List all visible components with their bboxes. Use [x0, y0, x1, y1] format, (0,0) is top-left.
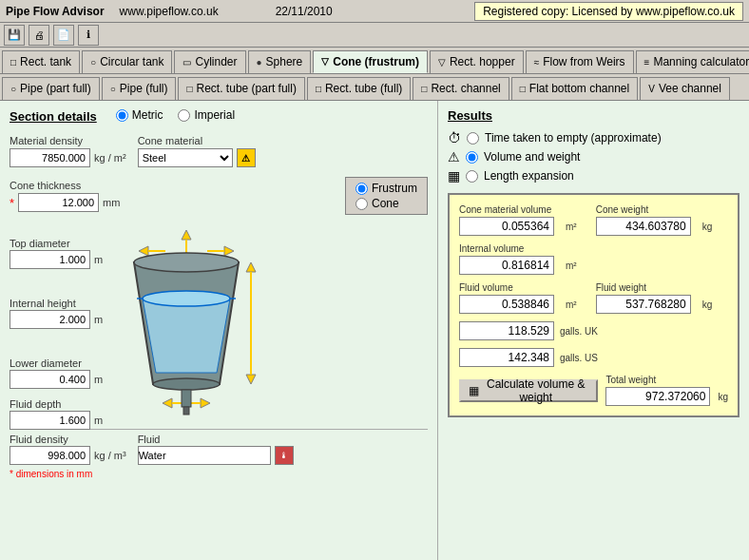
fluid-label: Fluid — [138, 434, 294, 445]
tab-rect-tube-part[interactable]: □Rect. tube (part full) — [178, 77, 304, 100]
tab-cylinder[interactable]: ▭Cylinder — [174, 50, 245, 73]
frustrum-radio-label[interactable]: Frustrum — [355, 182, 417, 195]
galls-row: 118.529 galls. UK — [459, 321, 728, 340]
svg-point-10 — [153, 378, 220, 390]
length-radio[interactable] — [466, 170, 478, 183]
nav-row-1: □Rect. tank ○Circular tank ▭Cylinder ●Sp… — [0, 48, 749, 74]
top-diameter-row: Top diameter m — [10, 238, 103, 269]
calculate-button[interactable]: ▦ Calculate volume & weight — [459, 379, 598, 402]
tab-flow-weirs[interactable]: ≈Flow from Weirs — [526, 50, 634, 73]
svg-marker-15 — [163, 398, 172, 408]
app-date: 22/11/2010 — [276, 5, 333, 18]
dims-note: * dimensions in mm — [10, 469, 428, 479]
info-icon[interactable]: ℹ — [78, 25, 99, 46]
imperial-radio-label[interactable]: Imperial — [178, 108, 235, 122]
tab-pipe-part-full[interactable]: ○Pipe (part full) — [2, 77, 100, 100]
titlebar: Pipe Flow Advisor www.pipeflow.co.uk 22/… — [0, 0, 749, 23]
imperial-radio[interactable] — [178, 109, 190, 122]
warning-icon: ⚠ — [237, 148, 256, 167]
lower-diameter-unit: m — [94, 374, 103, 385]
cone-weight-item: Cone weight 434.603780 — [596, 204, 691, 236]
metric-radio-label[interactable]: Metric — [116, 108, 163, 122]
lower-diameter-input[interactable] — [10, 370, 90, 389]
svg-rect-19 — [182, 390, 191, 407]
tab-flat-bottom[interactable]: □Flat bottom channel — [511, 77, 638, 100]
top-diameter-input[interactable] — [10, 250, 90, 269]
svg-rect-20 — [183, 407, 189, 415]
tab-manning[interactable]: ≡Manning calculator — [636, 50, 749, 73]
fluid-vol-unit: m² — [566, 286, 577, 310]
material-density-unit: kg / m² — [94, 152, 126, 164]
cone-weight-unit: kg — [702, 208, 713, 232]
fluid-section: Fluid 🌡 — [138, 434, 294, 465]
cone-radio-label[interactable]: Cone — [355, 197, 417, 210]
cone-weight-value: 434.603780 — [596, 217, 691, 236]
cone-material-vol-item: Cone material volume 0.055364 — [459, 204, 554, 236]
tab-sphere[interactable]: ●Sphere — [248, 50, 312, 73]
tab-vee-channel[interactable]: VVee channel — [640, 77, 730, 100]
cone-material-select[interactable]: Steel Aluminium Copper — [138, 148, 233, 167]
total-weight-row: ▦ Calculate volume & weight Total weight… — [459, 375, 728, 406]
fluid-weight-unit: kg — [702, 286, 713, 310]
length-icon: ▦ — [448, 168, 460, 183]
fluid-weight-item: Fluid weight 537.768280 — [596, 282, 691, 314]
save-doc-icon[interactable]: 📄 — [53, 25, 74, 46]
cone-thickness-input[interactable] — [18, 193, 99, 212]
print-icon[interactable]: 🖨 — [29, 25, 49, 46]
tab-cone-frustrum[interactable]: ▽Cone (frustrum) — [313, 50, 428, 73]
cone-svg — [110, 222, 262, 432]
fluid-depth-input[interactable] — [10, 411, 90, 430]
tab-pipe-full[interactable]: ○Pipe (full) — [102, 77, 177, 100]
volume-icon: ⚠ — [448, 149, 460, 164]
internal-vol-label: Internal volume — [459, 243, 554, 254]
fluid-density-section: Fluid density kg / m³ — [10, 434, 126, 465]
option-volume: ⚠ Volume and weight — [448, 149, 739, 164]
tab-rect-tube-full[interactable]: □Rect. tube (full) — [307, 77, 411, 100]
svg-marker-7 — [143, 299, 230, 373]
frustrum-radio[interactable] — [355, 183, 368, 195]
tab-circular-tank[interactable]: ○Circular tank — [82, 50, 172, 73]
cone-material-row: Cone material Steel Aluminium Copper ⚠ — [138, 135, 256, 173]
time-radio[interactable] — [467, 132, 479, 145]
volume-radio[interactable] — [466, 151, 478, 164]
cone-material-label: Cone material — [138, 135, 256, 146]
svg-point-8 — [134, 253, 239, 272]
total-weight-value: 972.372060 — [605, 387, 710, 406]
material-density-input[interactable] — [10, 148, 90, 167]
internal-height-row: Internal height m — [10, 298, 103, 329]
cone-diagram — [110, 222, 262, 434]
fluid-vol-label: Fluid volume — [459, 282, 554, 293]
internal-vol-unit: m² — [566, 247, 577, 271]
results-title: Results — [448, 108, 492, 123]
tab-rect-hopper[interactable]: ▽Rect. hopper — [430, 50, 524, 73]
internal-height-label: Internal height — [10, 298, 103, 309]
tab-rect-tank[interactable]: □Rect. tank — [2, 50, 80, 73]
internal-vol-value: 0.816814 — [459, 256, 554, 275]
cone-vol-weight-row: Cone material volume 0.055364 m² Cone we… — [459, 204, 728, 236]
fluid-weight-label: Fluid weight — [596, 282, 691, 293]
fluid-depth-label: Fluid depth — [10, 398, 103, 410]
fluid-weight-value: 537.768280 — [596, 295, 691, 314]
units-radio-row: Metric Imperial — [116, 108, 235, 122]
internal-height-input[interactable] — [10, 310, 90, 329]
length-label: Length expansion — [484, 169, 574, 183]
section-title: Section details — [10, 109, 97, 124]
fluid-density-label: Fluid density — [10, 434, 126, 445]
registered-notice: Registered copy: Licensed by www.pipeflo… — [474, 2, 743, 21]
cone-radio[interactable] — [355, 198, 368, 210]
required-star: * — [10, 196, 14, 210]
fluid-density-input[interactable] — [10, 446, 90, 465]
nav-row-2: ○Pipe (part full) ○Pipe (full) □Rect. tu… — [0, 74, 749, 101]
metric-radio[interactable] — [116, 109, 128, 122]
option-length: ▦ Length expansion — [448, 168, 739, 183]
thermometer-icon[interactable]: 🌡 — [275, 446, 294, 465]
fluid-vol-weight-row: Fluid volume 0.538846 m² Fluid weight 53… — [459, 282, 728, 314]
toolbar: 💾 🖨 📄 ℹ — [0, 23, 749, 48]
fluid-input[interactable] — [138, 446, 271, 465]
tab-rect-channel[interactable]: □Rect. channel — [413, 77, 509, 100]
right-panel: Results ⏱ Time taken to empty (approxima… — [437, 101, 749, 560]
fluid-vol-item: Fluid volume 0.538846 — [459, 282, 554, 314]
svg-marker-17 — [201, 398, 210, 408]
floppy-disk-icon[interactable]: 💾 — [4, 25, 25, 46]
option-time: ⏱ Time taken to empty (approximate) — [448, 130, 739, 145]
